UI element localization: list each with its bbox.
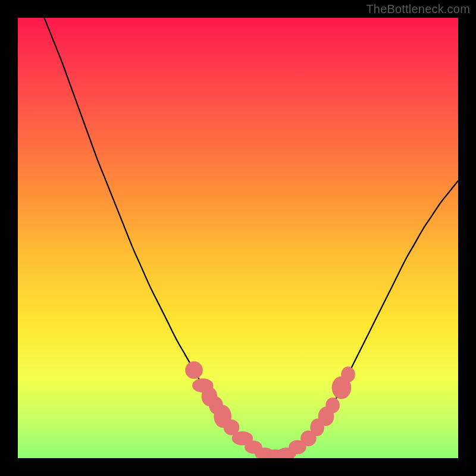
curve-marker bbox=[277, 447, 296, 458]
curve-markers bbox=[185, 361, 355, 458]
chart-frame: TheBottleneck.com bbox=[0, 0, 476, 476]
watermark-text: TheBottleneck.com bbox=[366, 2, 470, 16]
curve-marker bbox=[255, 447, 274, 458]
curve-marker bbox=[185, 361, 203, 379]
curve-svg bbox=[18, 18, 458, 458]
curve-marker bbox=[332, 376, 352, 399]
curve-marker bbox=[341, 367, 355, 383]
curve-marker bbox=[300, 430, 317, 446]
curve-marker bbox=[202, 387, 218, 406]
bottleneck-curve bbox=[44, 18, 458, 456]
curve-marker bbox=[245, 440, 262, 453]
curve-marker bbox=[214, 405, 231, 428]
curve-marker bbox=[310, 418, 324, 436]
curve-marker bbox=[192, 378, 214, 393]
curve-marker bbox=[318, 406, 334, 426]
curve-marker bbox=[289, 440, 306, 455]
curve-marker bbox=[267, 449, 284, 458]
curve-marker bbox=[232, 431, 253, 446]
plot-area bbox=[18, 18, 458, 458]
curve-marker bbox=[209, 396, 223, 414]
curve-marker bbox=[224, 419, 240, 436]
curve-marker bbox=[325, 397, 340, 414]
